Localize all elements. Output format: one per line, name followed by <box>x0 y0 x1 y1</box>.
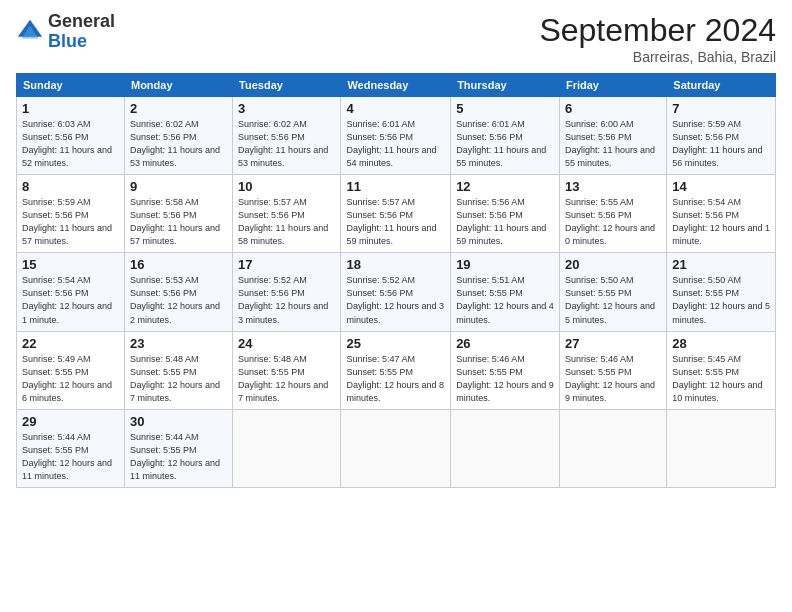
logo: General Blue <box>16 12 115 52</box>
day-number: 21 <box>672 257 770 272</box>
calendar-day-cell: 11Sunrise: 5:57 AM Sunset: 5:56 PM Dayli… <box>341 175 451 253</box>
day-info: Sunrise: 5:53 AM Sunset: 5:56 PM Dayligh… <box>130 274 227 326</box>
calendar-body: 1Sunrise: 6:03 AM Sunset: 5:56 PM Daylig… <box>17 97 776 488</box>
day-info: Sunrise: 5:54 AM Sunset: 5:56 PM Dayligh… <box>22 274 119 326</box>
calendar-day-cell: 29Sunrise: 5:44 AM Sunset: 5:55 PM Dayli… <box>17 409 125 487</box>
day-number: 20 <box>565 257 661 272</box>
calendar-day-cell: 26Sunrise: 5:46 AM Sunset: 5:55 PM Dayli… <box>451 331 560 409</box>
day-info: Sunrise: 5:49 AM Sunset: 5:55 PM Dayligh… <box>22 353 119 405</box>
month-title: September 2024 <box>539 12 776 49</box>
day-info: Sunrise: 5:57 AM Sunset: 5:56 PM Dayligh… <box>238 196 335 248</box>
day-number: 28 <box>672 336 770 351</box>
day-number: 27 <box>565 336 661 351</box>
calendar-day-cell: 18Sunrise: 5:52 AM Sunset: 5:56 PM Dayli… <box>341 253 451 331</box>
calendar-day-cell: 17Sunrise: 5:52 AM Sunset: 5:56 PM Dayli… <box>233 253 341 331</box>
day-info: Sunrise: 5:57 AM Sunset: 5:56 PM Dayligh… <box>346 196 445 248</box>
day-info: Sunrise: 6:02 AM Sunset: 5:56 PM Dayligh… <box>238 118 335 170</box>
day-info: Sunrise: 5:51 AM Sunset: 5:55 PM Dayligh… <box>456 274 554 326</box>
day-info: Sunrise: 6:00 AM Sunset: 5:56 PM Dayligh… <box>565 118 661 170</box>
day-info: Sunrise: 5:44 AM Sunset: 5:55 PM Dayligh… <box>22 431 119 483</box>
day-info: Sunrise: 5:50 AM Sunset: 5:55 PM Dayligh… <box>672 274 770 326</box>
calendar-day-cell <box>667 409 776 487</box>
calendar-day-cell <box>451 409 560 487</box>
location: Barreiras, Bahia, Brazil <box>539 49 776 65</box>
page: General Blue September 2024 Barreiras, B… <box>0 0 792 612</box>
day-number: 17 <box>238 257 335 272</box>
calendar-day-cell: 1Sunrise: 6:03 AM Sunset: 5:56 PM Daylig… <box>17 97 125 175</box>
weekday-header-cell: Thursday <box>451 74 560 97</box>
day-info: Sunrise: 6:02 AM Sunset: 5:56 PM Dayligh… <box>130 118 227 170</box>
day-info: Sunrise: 5:45 AM Sunset: 5:55 PM Dayligh… <box>672 353 770 405</box>
calendar-day-cell: 19Sunrise: 5:51 AM Sunset: 5:55 PM Dayli… <box>451 253 560 331</box>
calendar-week-row: 22Sunrise: 5:49 AM Sunset: 5:55 PM Dayli… <box>17 331 776 409</box>
day-number: 29 <box>22 414 119 429</box>
logo-blue: Blue <box>48 31 87 51</box>
calendar-day-cell: 28Sunrise: 5:45 AM Sunset: 5:55 PM Dayli… <box>667 331 776 409</box>
day-info: Sunrise: 5:59 AM Sunset: 5:56 PM Dayligh… <box>672 118 770 170</box>
day-info: Sunrise: 5:46 AM Sunset: 5:55 PM Dayligh… <box>565 353 661 405</box>
calendar-day-cell: 10Sunrise: 5:57 AM Sunset: 5:56 PM Dayli… <box>233 175 341 253</box>
day-number: 9 <box>130 179 227 194</box>
calendar-day-cell <box>233 409 341 487</box>
calendar-day-cell: 30Sunrise: 5:44 AM Sunset: 5:55 PM Dayli… <box>124 409 232 487</box>
calendar-day-cell: 23Sunrise: 5:48 AM Sunset: 5:55 PM Dayli… <box>124 331 232 409</box>
day-number: 11 <box>346 179 445 194</box>
calendar-day-cell: 27Sunrise: 5:46 AM Sunset: 5:55 PM Dayli… <box>559 331 666 409</box>
calendar-day-cell: 13Sunrise: 5:55 AM Sunset: 5:56 PM Dayli… <box>559 175 666 253</box>
weekday-header-cell: Wednesday <box>341 74 451 97</box>
day-number: 22 <box>22 336 119 351</box>
weekday-header-cell: Friday <box>559 74 666 97</box>
day-number: 7 <box>672 101 770 116</box>
day-number: 12 <box>456 179 554 194</box>
title-block: September 2024 Barreiras, Bahia, Brazil <box>539 12 776 65</box>
day-number: 4 <box>346 101 445 116</box>
calendar-day-cell: 20Sunrise: 5:50 AM Sunset: 5:55 PM Dayli… <box>559 253 666 331</box>
calendar-day-cell: 8Sunrise: 5:59 AM Sunset: 5:56 PM Daylig… <box>17 175 125 253</box>
calendar-day-cell: 24Sunrise: 5:48 AM Sunset: 5:55 PM Dayli… <box>233 331 341 409</box>
day-number: 15 <box>22 257 119 272</box>
day-info: Sunrise: 5:46 AM Sunset: 5:55 PM Dayligh… <box>456 353 554 405</box>
header: General Blue September 2024 Barreiras, B… <box>16 12 776 65</box>
weekday-header-cell: Monday <box>124 74 232 97</box>
day-number: 25 <box>346 336 445 351</box>
calendar-day-cell: 5Sunrise: 6:01 AM Sunset: 5:56 PM Daylig… <box>451 97 560 175</box>
day-number: 23 <box>130 336 227 351</box>
calendar-week-row: 1Sunrise: 6:03 AM Sunset: 5:56 PM Daylig… <box>17 97 776 175</box>
weekday-header: SundayMondayTuesdayWednesdayThursdayFrid… <box>17 74 776 97</box>
day-info: Sunrise: 5:48 AM Sunset: 5:55 PM Dayligh… <box>130 353 227 405</box>
day-number: 3 <box>238 101 335 116</box>
calendar-week-row: 29Sunrise: 5:44 AM Sunset: 5:55 PM Dayli… <box>17 409 776 487</box>
calendar-day-cell: 15Sunrise: 5:54 AM Sunset: 5:56 PM Dayli… <box>17 253 125 331</box>
calendar-day-cell <box>559 409 666 487</box>
day-number: 30 <box>130 414 227 429</box>
day-info: Sunrise: 6:01 AM Sunset: 5:56 PM Dayligh… <box>346 118 445 170</box>
calendar-day-cell: 22Sunrise: 5:49 AM Sunset: 5:55 PM Dayli… <box>17 331 125 409</box>
day-number: 10 <box>238 179 335 194</box>
day-number: 1 <box>22 101 119 116</box>
calendar-day-cell: 4Sunrise: 6:01 AM Sunset: 5:56 PM Daylig… <box>341 97 451 175</box>
day-number: 5 <box>456 101 554 116</box>
calendar-day-cell: 7Sunrise: 5:59 AM Sunset: 5:56 PM Daylig… <box>667 97 776 175</box>
calendar-week-row: 8Sunrise: 5:59 AM Sunset: 5:56 PM Daylig… <box>17 175 776 253</box>
day-info: Sunrise: 5:52 AM Sunset: 5:56 PM Dayligh… <box>346 274 445 326</box>
day-info: Sunrise: 5:58 AM Sunset: 5:56 PM Dayligh… <box>130 196 227 248</box>
day-number: 13 <box>565 179 661 194</box>
day-number: 8 <box>22 179 119 194</box>
calendar-day-cell: 12Sunrise: 5:56 AM Sunset: 5:56 PM Dayli… <box>451 175 560 253</box>
day-info: Sunrise: 5:52 AM Sunset: 5:56 PM Dayligh… <box>238 274 335 326</box>
logo-icon <box>16 18 44 46</box>
logo-text: General Blue <box>48 12 115 52</box>
day-info: Sunrise: 6:03 AM Sunset: 5:56 PM Dayligh… <box>22 118 119 170</box>
calendar-week-row: 15Sunrise: 5:54 AM Sunset: 5:56 PM Dayli… <box>17 253 776 331</box>
day-number: 24 <box>238 336 335 351</box>
calendar-day-cell: 3Sunrise: 6:02 AM Sunset: 5:56 PM Daylig… <box>233 97 341 175</box>
day-number: 18 <box>346 257 445 272</box>
day-number: 19 <box>456 257 554 272</box>
day-info: Sunrise: 5:50 AM Sunset: 5:55 PM Dayligh… <box>565 274 661 326</box>
day-info: Sunrise: 6:01 AM Sunset: 5:56 PM Dayligh… <box>456 118 554 170</box>
weekday-header-cell: Saturday <box>667 74 776 97</box>
calendar-day-cell: 6Sunrise: 6:00 AM Sunset: 5:56 PM Daylig… <box>559 97 666 175</box>
day-number: 2 <box>130 101 227 116</box>
day-info: Sunrise: 5:48 AM Sunset: 5:55 PM Dayligh… <box>238 353 335 405</box>
day-number: 14 <box>672 179 770 194</box>
